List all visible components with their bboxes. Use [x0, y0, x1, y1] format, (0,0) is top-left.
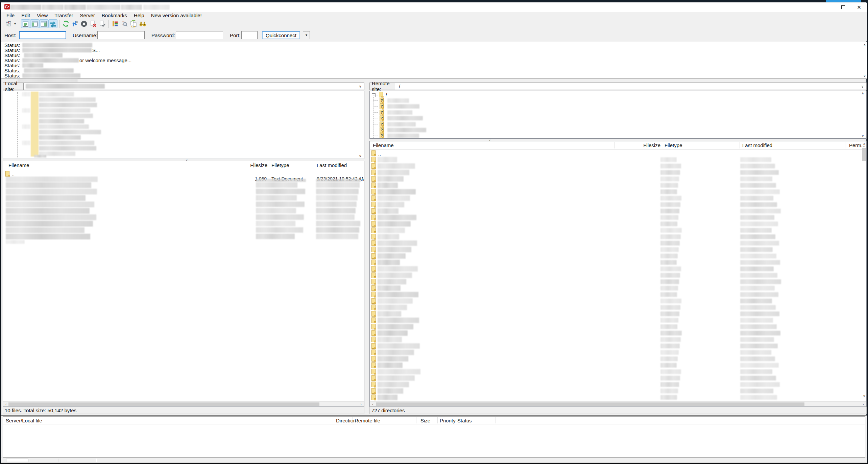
toggle-queue-view-button[interactable]	[48, 19, 57, 28]
toggle-remote-tree-button[interactable]	[39, 19, 48, 28]
column-header-filesize[interactable]: Filesize	[250, 162, 267, 168]
column-separator[interactable]	[269, 162, 269, 168]
column-separator[interactable]	[253, 162, 254, 168]
redacted-filetype	[660, 215, 678, 220]
menu-item-help[interactable]: Help	[130, 13, 148, 18]
cancel-button[interactable]	[79, 19, 89, 28]
maximize-button[interactable]	[835, 3, 851, 12]
column-separator[interactable]	[416, 417, 416, 423]
column-separator[interactable]	[334, 417, 334, 423]
quickconnect-dropdown-button[interactable]: ▼	[303, 31, 310, 39]
redacted-date	[740, 376, 776, 380]
toggle-log-view-button[interactable]	[21, 19, 30, 28]
chevron-down-icon[interactable]: ∨	[861, 85, 864, 88]
queue-column-direction[interactable]: Direction	[336, 418, 356, 423]
remote-scroll-thumb[interactable]	[862, 148, 866, 161]
remote-tree-scroll-down-icon[interactable]: ∨	[862, 134, 864, 138]
column-header-filename[interactable]: Filename	[373, 142, 394, 148]
scroll-thumb[interactable]	[376, 402, 804, 406]
queue-column-status[interactable]: Status	[457, 418, 472, 423]
column-separator[interactable]	[662, 142, 662, 148]
local-file-list[interactable]: FilenameFilesizeFiletypeLast modified..1…	[3, 161, 364, 407]
synchronized-browsing-button[interactable]	[129, 19, 138, 28]
local-horizontal-scrollbar[interactable]: ‹›	[3, 401, 364, 407]
column-header-filename[interactable]: Filename	[8, 162, 29, 168]
scroll-thumb[interactable]	[8, 402, 319, 406]
column-header-filetype[interactable]: Filetype	[665, 142, 682, 148]
toggle-local-tree-button[interactable]	[30, 19, 39, 28]
port-input[interactable]	[241, 31, 258, 39]
column-separator[interactable]	[455, 417, 455, 423]
log-scroll-down-icon[interactable]: ∨	[862, 73, 867, 78]
redacted-date	[740, 324, 777, 329]
scroll-right-icon[interactable]: ›	[861, 402, 866, 407]
remote-scroll-down-icon[interactable]: ∨	[862, 394, 866, 399]
folder-icon	[371, 240, 377, 246]
redacted-folder-name	[378, 318, 419, 323]
menu-item-server[interactable]: Server	[77, 13, 98, 18]
redacted-filetype	[660, 177, 679, 181]
tree-expander-icon[interactable]: –	[372, 93, 376, 97]
remote-tree-root[interactable]: /	[386, 92, 387, 98]
column-separator[interactable]	[437, 417, 438, 423]
remote-horizontal-scrollbar[interactable]: ‹›	[370, 401, 866, 407]
menu-item-view[interactable]: View	[33, 13, 51, 18]
remote-tree-scroll-up-icon[interactable]: ∧	[862, 91, 864, 95]
column-header-last-modified[interactable]: Last modified	[317, 162, 347, 168]
column-header-filetype[interactable]: Filetype	[271, 162, 289, 168]
redacted-folder-name	[378, 215, 416, 220]
reconnect-button[interactable]	[98, 19, 107, 28]
column-header-filesize[interactable]: Filesize	[643, 142, 660, 148]
column-separator[interactable]	[614, 142, 615, 148]
password-input[interactable]	[176, 31, 223, 39]
queue-column-size[interactable]: Size	[420, 418, 430, 423]
remote-directory-tree[interactable]: –/???????	[369, 91, 867, 139]
disconnect-button[interactable]	[89, 19, 98, 28]
menu-item-edit[interactable]: Edit	[18, 13, 33, 18]
site-manager-dropdown[interactable]: ▼	[13, 19, 17, 28]
redacted-folder-name	[378, 247, 411, 252]
parent-directory-entry[interactable]: ..	[378, 151, 381, 157]
log-scroll-up-icon[interactable]: ∧	[862, 42, 867, 47]
menu-item-transfer[interactable]: Transfer	[51, 13, 76, 18]
minimize-button[interactable]	[819, 3, 835, 12]
directory-comparison-button[interactable]	[120, 19, 129, 28]
site-manager-button[interactable]	[4, 19, 13, 28]
scroll-left-icon[interactable]: ‹	[4, 402, 8, 407]
column-separator[interactable]	[360, 162, 360, 168]
remote-scroll-up-icon[interactable]: ∧	[862, 142, 866, 147]
toolbar-separator	[19, 20, 19, 28]
remote-file-list[interactable]: FilenameFilesizeFiletypeLast modifiedPer…	[369, 141, 867, 407]
column-separator[interactable]	[740, 142, 740, 148]
menu-item-bookmarks[interactable]: Bookmarks	[98, 13, 130, 18]
remote-site-combobox[interactable]: /	[395, 83, 867, 90]
queue-column-priority[interactable]: Priority	[440, 418, 456, 423]
local-directory-tree[interactable]	[3, 91, 364, 159]
queue-column-server-local-file[interactable]: Server/Local file	[6, 418, 42, 423]
find-files-button[interactable]	[138, 19, 147, 28]
quickconnect-button[interactable]: Quickconnect	[262, 31, 300, 39]
process-queue-button[interactable]	[70, 19, 79, 28]
column-separator[interactable]	[496, 417, 496, 423]
host-input[interactable]	[19, 31, 66, 39]
menu-item-file[interactable]: File	[3, 13, 18, 18]
scroll-right-icon[interactable]: ›	[359, 402, 363, 407]
local-tree-scroll-down-icon[interactable]: ∨	[359, 154, 361, 158]
transfer-queue-list[interactable]: Server/Local fileDirectionRemote fileSiz…	[3, 416, 865, 458]
close-button[interactable]: ✕	[851, 3, 867, 12]
username-input[interactable]	[97, 31, 145, 39]
refresh-button[interactable]	[61, 19, 70, 28]
redacted-date	[740, 234, 775, 239]
filter-button[interactable]	[111, 19, 120, 28]
redacted-folder-name	[378, 395, 397, 400]
scroll-left-icon[interactable]: ‹	[370, 402, 375, 407]
queue-column-remote-file[interactable]: Remote file	[355, 418, 380, 423]
column-separator[interactable]	[353, 417, 353, 423]
column-separator[interactable]	[845, 142, 845, 148]
redacted-filetype	[660, 389, 678, 393]
menu-item-new-version-available[interactable]: New version available!	[148, 13, 205, 18]
column-header-last-modified[interactable]: Last modified	[742, 142, 772, 148]
chevron-down-icon[interactable]: ∨	[359, 85, 361, 88]
column-separator[interactable]	[315, 162, 315, 168]
folder-icon	[371, 234, 377, 240]
